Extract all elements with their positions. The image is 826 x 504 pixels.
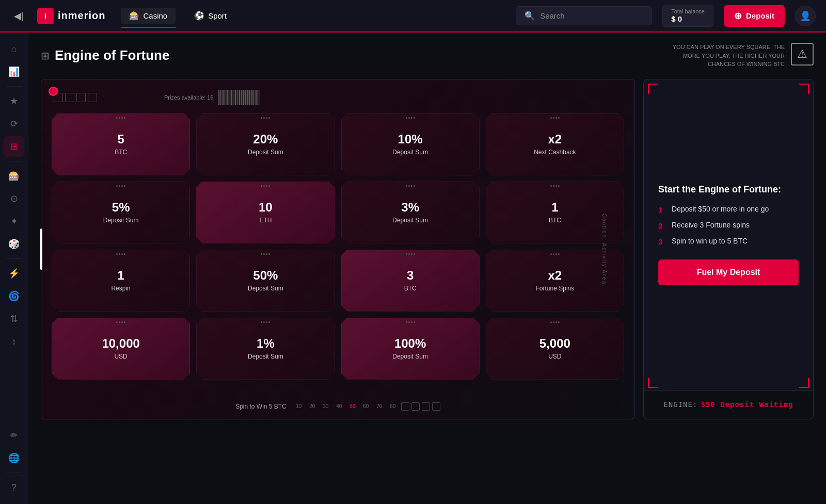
barcode <box>218 90 260 105</box>
fortune-cell-14[interactable]: 100%Deposit Sum <box>341 318 480 380</box>
cell-value-13: 1% <box>257 337 275 350</box>
lightning-icon: ⚡ <box>8 268 20 279</box>
cell-label-0: BTC <box>115 149 127 156</box>
nav-sport[interactable]: ⚽ Sport <box>186 8 235 24</box>
nav-casino[interactable]: 🎰 Casino <box>121 8 176 24</box>
sidebar-item-edit[interactable]: ✏ <box>4 425 24 446</box>
spin-tick-10: 10 <box>294 403 304 409</box>
cell-value-4: 5% <box>112 201 130 214</box>
spin-sq-2 <box>411 402 420 411</box>
fortune-cell-15[interactable]: 5,000USD <box>486 318 624 380</box>
cell-value-9: 50% <box>253 269 278 282</box>
spin-sq-4 <box>432 402 440 411</box>
fortune-cell-12[interactable]: 10,000USD <box>52 318 190 380</box>
cell-indicator-6 <box>406 185 415 187</box>
cell-label-11: Fortune Spins <box>536 285 575 292</box>
cell-value-14: 100% <box>394 337 426 350</box>
fortune-cell-1[interactable]: 20%Deposit Sum <box>196 113 335 175</box>
fortune-cell-9[interactable]: 50%Deposit Sum <box>196 250 335 312</box>
spin-icon: 🌀 <box>8 290 20 302</box>
spin-tick-30: 30 <box>321 403 331 409</box>
fortune-cell-2[interactable]: 10%Deposit Sum <box>341 113 480 175</box>
deposit-icon: ⊕ <box>734 10 742 22</box>
sidebar-item-recent[interactable]: ⟳ <box>4 113 24 134</box>
user-button[interactable]: 👤 <box>795 6 816 26</box>
sidebar-item-home[interactable]: ⌂ <box>4 39 24 59</box>
spin-tick-40: 40 <box>334 403 344 409</box>
live-icon: ⊙ <box>10 193 18 204</box>
fortune-cell-4[interactable]: 5%Deposit Sum <box>52 182 190 243</box>
cell-label-10: BTC <box>404 285 417 292</box>
search-bar[interactable]: 🔍 Search <box>516 6 652 25</box>
sidebar-item-spin[interactable]: 🌀 <box>4 286 24 306</box>
info-title: Start the Engine of Fortune: <box>658 184 799 196</box>
fortune-cell-10[interactable]: 3BTC <box>341 250 480 312</box>
fuel-deposit-button[interactable]: Fuel My Deposit <box>658 259 799 285</box>
support-icon: ? <box>11 482 17 493</box>
fortune-cell-6[interactable]: 3%Deposit Sum <box>341 182 480 243</box>
sidebar-item-exchange[interactable]: ↕ <box>4 331 24 352</box>
nav-toggle[interactable]: ◀| <box>10 8 27 24</box>
fortune-cell-0[interactable]: 5BTC <box>52 113 190 175</box>
star-icon: ★ <box>10 95 18 107</box>
games-grid-icon: ⊞ <box>10 141 18 152</box>
deposit-label: Deposit <box>746 11 774 20</box>
cell-indicator-1 <box>261 117 270 119</box>
page-title-bar: ⊞ Engine of Fortune YOU CAN PLAY ON EVER… <box>41 43 814 69</box>
cell-indicator-15 <box>550 321 560 323</box>
deposit-button[interactable]: ⊕ Deposit <box>724 5 785 27</box>
info-panel: Start the Engine of Fortune: 1 Deposit $… <box>643 79 814 419</box>
sidebar-item-fast[interactable]: ⚡ <box>4 263 24 284</box>
info-step-1: 1 Deposit $50 or more in one go <box>658 204 799 215</box>
corner-br <box>799 378 809 388</box>
available-label: available: <box>182 94 205 101</box>
cell-indicator-4 <box>116 185 125 187</box>
cell-label-12: USD <box>114 353 127 360</box>
fortune-cell-8[interactable]: 1Respin <box>52 250 190 312</box>
nav-casino-label: Casino <box>143 11 167 20</box>
warning-badge: YOU CAN PLAY ON EVERY SQUARE. THE MORE Y… <box>673 43 814 69</box>
info-panel-inner: Start the Engine of Fortune: 1 Deposit $… <box>644 79 813 390</box>
sidebar-item-sort[interactable]: ⇅ <box>4 308 24 329</box>
sidebar-divider-4 <box>6 473 22 473</box>
fortune-cell-5[interactable]: 10ETH <box>196 182 335 243</box>
cell-value-3: x2 <box>548 133 562 146</box>
spin-tick-20: 20 <box>307 403 317 409</box>
cell-label-14: Deposit Sum <box>392 353 428 360</box>
nav-sport-label: Sport <box>208 11 227 20</box>
fortune-cell-3[interactable]: x2Next Cashback <box>486 113 624 175</box>
casino-icon: 🎰 <box>129 11 139 21</box>
sidebar-item-stats[interactable]: 📊 <box>4 61 24 82</box>
balance-value: $ 0 <box>671 14 705 23</box>
info-steps: 1 Deposit $50 or more in one go 2 Receiv… <box>658 204 799 247</box>
sidebar-item-live[interactable]: ⊙ <box>4 188 24 209</box>
balance-label: Total balance <box>671 8 705 14</box>
spin-sq-3 <box>422 402 430 411</box>
cell-value-6: 3% <box>401 201 419 214</box>
fortune-cell-13[interactable]: 1%Deposit Sum <box>196 318 335 380</box>
sidebar-item-favorites[interactable]: ★ <box>4 91 24 111</box>
ticket-sq-3 <box>76 93 86 102</box>
sidebar-item-language[interactable]: 🌐 <box>4 448 24 468</box>
logo-icon: i <box>37 8 54 24</box>
sidebar: ⌂ 📊 ★ ⟳ ⊞ 🎰 ⊙ ✦ 🎲 ⚡ 🌀 <box>0 32 28 504</box>
stats-icon: 📊 <box>8 66 20 77</box>
sidebar-item-bonus[interactable]: ✦ <box>4 211 24 232</box>
edit-icon: ✏ <box>10 430 18 441</box>
ticket-sq-4 <box>88 93 97 102</box>
cell-label-4: Deposit Sum <box>103 217 139 224</box>
info-step-3: 3 Spin to win up to 5 BTC <box>658 236 799 247</box>
sidebar-item-table[interactable]: 🎲 <box>4 234 24 254</box>
sidebar-item-games[interactable]: ⊞ <box>4 136 24 157</box>
language-icon: 🌐 <box>8 452 20 464</box>
cell-indicator-8 <box>116 253 125 255</box>
balance-box: Total balance $ 0 <box>662 5 713 27</box>
cell-label-3: Next Cashback <box>534 149 576 156</box>
sidebar-item-slots[interactable]: 🎰 <box>4 166 24 186</box>
step-text-3: Spin to win up to 5 BTC <box>672 236 748 247</box>
panel-accent-left <box>40 229 42 270</box>
sidebar-item-support[interactable]: ? <box>4 477 24 498</box>
engine-label: ENGINE: <box>663 400 697 409</box>
corner-bl <box>648 378 658 388</box>
spin-tick-50: 50 <box>347 403 358 409</box>
